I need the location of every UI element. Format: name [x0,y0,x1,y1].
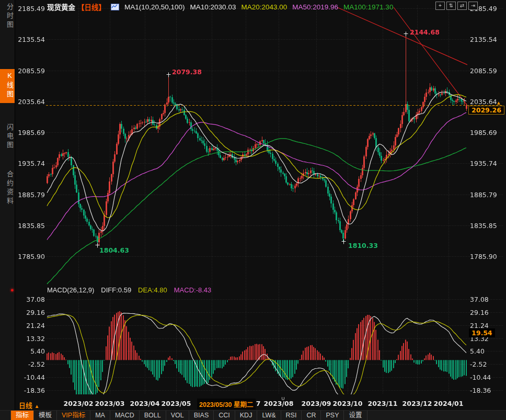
chart-canvas[interactable] [0,0,506,420]
tab-bias[interactable]: BIAS [189,411,214,420]
macd-dea-value: DEA:4.80 [138,286,167,294]
sidebar-tab-kline[interactable]: K线图 [0,69,15,103]
y-axis-label: -10.44 [16,373,45,381]
line-chart-icon [111,4,119,10]
tab-templates[interactable]: 模板 [34,411,57,420]
period-tag: 【日线】 [77,2,106,12]
chart-header: 现货黄金 【日线】 MA1(10,20,50,100) MA10:2030.03… [47,2,393,12]
y-axis-label: -18.36 [470,387,503,394]
x-axis-label: 2023/03 [95,400,125,407]
x-axis-label: 2023/10 [333,400,363,407]
axis-cursor-icon: ∪ [281,395,285,401]
tab-boll[interactable]: BOLL [140,411,166,420]
y-axis-label: 2085.59 [470,67,503,75]
tab-settings[interactable]: 设置 [344,411,367,420]
price-up-arrow-icon: ▲ [496,100,501,106]
y-axis-label: 1835.85 [470,222,503,230]
y-axis-label: 1985.69 [470,129,503,137]
tab-ma[interactable]: MA [90,411,110,420]
y-axis-label: 2135.54 [470,36,503,43]
x-axis-label: 2023/08 [264,400,294,407]
y-axis-label: 2185.49 [16,5,45,13]
collapse-right-icon[interactable]: ⇥ [468,2,478,10]
y-axis-label: 13.32 [16,335,45,343]
y-axis-label: 37.08 [470,296,503,303]
y-axis-label: 1935.74 [470,160,503,167]
y-axis-label: 2135.54 [16,36,45,43]
y-axis-label: -2.52 [470,360,503,368]
x-axis-label: 2023/12 [402,400,432,407]
symbol-title: 现货黄金 [47,2,75,12]
y-axis-label: 29.16 [470,309,503,316]
ma100-value: MA100:1971.30 [343,3,393,11]
y-axis-label: 1785.90 [16,253,45,260]
tab-cr[interactable]: CR [302,411,321,420]
tab-kdj[interactable]: KDJ [235,411,258,420]
y-axis-label: 1985.69 [16,129,45,137]
tab-macd[interactable]: MACD [110,411,140,420]
tab-rsi[interactable]: RSI [281,411,302,420]
price-annotation: 2144.68 [410,28,440,36]
macd-macd-value: MACD:-8.43 [174,286,212,294]
y-axis-label: 2035.64 [16,98,45,106]
tab-cci[interactable]: CCI [214,411,235,420]
y-axis-label: 5.40 [470,347,503,355]
macd-value-tag: 19.54 [469,328,495,337]
y-axis-label: 1885.79 [470,191,503,199]
x-axis-label: 2023/09 [302,400,331,407]
x-axis-label: 2024/01 [434,400,464,407]
y-axis-label: -10.44 [470,373,503,381]
period-selector[interactable]: 日线 ▲ [19,400,40,410]
x-axis-label: 2023/11 [368,400,398,407]
y-axis-label: 5.40 [16,347,45,355]
tab-psy[interactable]: PSY [321,411,344,420]
ma-settings-label: MA1(10,20,50,100) [124,3,185,11]
sidebar-tab-timeshare[interactable]: 分时图 [0,3,15,30]
sidebar-tab-flash[interactable]: 闪电图 [0,123,15,150]
y-axis-label: 1935.74 [16,160,45,167]
y-axis-label: -18.36 [16,387,45,394]
macd-params: MACD(26,12,9) [47,286,94,294]
ma10-value: MA10:2030.03 [190,3,236,11]
y-axis-label: 29.16 [16,309,45,316]
tab-indicators[interactable]: 指标 [10,411,34,420]
tab-lwr[interactable]: LW& [257,411,281,420]
y-axis-label: 37.08 [16,296,45,303]
zoom-y-axis-icon[interactable]: ⇅ [446,2,456,10]
trading-app: 分时图K线图闪电图合约资料 ● 现货黄金 【日线】 MA1(10,20,50,1… [0,0,506,420]
macd-header: MACD(26,12,9) DIFF:0.59 DEA:4.80 MACD:-8… [47,286,211,294]
current-date-label: 2023/05/30 星期二 [197,399,256,410]
alarm-icon[interactable]: ● [10,287,14,293]
ma20-value: MA20:2043.00 [241,3,287,11]
tab-vip-indicators[interactable]: VIP指标 [57,411,90,420]
y-axis-label: -2.52 [16,360,45,368]
price-annotation: 1810.33 [348,242,378,249]
y-axis-label: 2085.59 [16,67,45,75]
sidebar-tab-contract-info[interactable]: 合约资料 [0,171,15,206]
indicator-toolbar: 指标模板VIP指标MAMACDBOLLVOLBIASCCIKDJLW&RSICR… [0,410,506,420]
period-up-arrow-icon: ▲ [34,403,40,409]
x-axis-label: 2023/04 [130,400,160,407]
left-sidebar: 分时图K线图闪电图合约资料 [0,0,15,420]
price-annotation: 1804.63 [99,246,129,254]
ma50-value: MA50:2019.96 [292,3,338,11]
price-annotation: 2079.38 [172,68,202,76]
period-label: 日线 [19,402,32,410]
chart-tool-buttons: +⇅⇄⇥ [435,2,478,10]
zoom-x-axis-icon[interactable]: ⇄ [457,2,467,10]
crosshair-icon[interactable]: + [435,2,445,10]
x-axis-label: 2023/02 [64,400,94,407]
x-axis-label: 2023/05 [162,400,191,407]
y-axis-label: 21.24 [16,322,45,330]
y-axis-label: 1785.90 [470,253,503,260]
macd-diff-value: DIFF:0.59 [101,286,131,294]
y-axis-label: 1835.85 [16,222,45,230]
y-axis-label: 1885.79 [16,191,45,199]
tab-vol[interactable]: VOL [166,411,189,420]
current-price-tag: 2029.26 [468,106,504,115]
